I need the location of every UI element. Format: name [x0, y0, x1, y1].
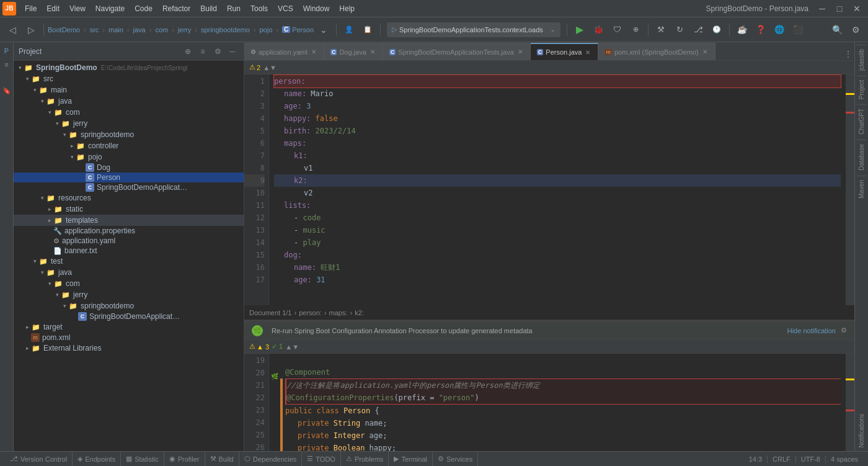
tree-test-java[interactable]: ▾ 📁 java: [14, 267, 244, 278]
debug-btn[interactable]: 🐞: [590, 21, 607, 38]
project-icon[interactable]: P: [1, 45, 13, 57]
build-btn[interactable]: ⚒: [652, 21, 670, 38]
status-endpoints[interactable]: ◈ Endpoints: [73, 452, 121, 466]
tree-test-sbd[interactable]: ▾ 📁 springbootdemo: [14, 300, 244, 311]
notif-settings-btn[interactable]: ⚙: [841, 326, 847, 334]
yaml-tab-close[interactable]: ✕: [310, 48, 317, 56]
ed-bread-maps[interactable]: maps:: [329, 309, 348, 316]
menu-tools[interactable]: Tools: [246, 3, 273, 14]
tree-target[interactable]: ▸ 📁 target: [14, 321, 244, 333]
tree-banner[interactable]: ▸ 📄 banner.txt: [14, 246, 244, 256]
menu-window[interactable]: Window: [298, 3, 335, 14]
status-position[interactable]: 14:3: [744, 455, 768, 463]
bookmarks-icon[interactable]: 🔖: [1, 84, 13, 97]
tab-more-btn[interactable]: ⋮: [842, 48, 854, 60]
bread-bootdemo[interactable]: BootDemo: [48, 26, 80, 34]
panel-minimize-btn[interactable]: ─: [226, 45, 239, 58]
tree-pom[interactable]: ▸ m pom.xml: [14, 333, 244, 343]
tree-templates[interactable]: ▸ 📁 templates: [14, 215, 244, 226]
menu-file[interactable]: File: [20, 3, 42, 14]
tree-root[interactable]: ▾ 📁 SpringBootDemo E:\CodeLife\IdeaProje…: [14, 62, 244, 73]
bread-expand[interactable]: ⌄: [315, 21, 332, 38]
menu-code[interactable]: Code: [130, 3, 157, 14]
bread-com[interactable]: com: [155, 26, 168, 34]
status-encoding[interactable]: UTF-8: [796, 455, 826, 463]
sidebar-project[interactable]: Project: [857, 76, 866, 103]
panel-add-btn[interactable]: ⊕: [182, 45, 194, 58]
bread-jerry[interactable]: jerry: [178, 26, 191, 34]
maximize-btn[interactable]: □: [831, 0, 848, 17]
git-btn[interactable]: ⎇: [689, 21, 707, 38]
tree-main[interactable]: ▾ 📁 main: [14, 84, 244, 96]
menu-view[interactable]: View: [64, 3, 91, 14]
panel-settings-btn[interactable]: ⚙: [211, 45, 224, 58]
menu-refactor[interactable]: Refactor: [157, 3, 195, 14]
bread-java[interactable]: java: [133, 26, 146, 34]
tests-tab-close[interactable]: ✕: [516, 48, 524, 56]
tree-dog[interactable]: ▸ C Dog: [14, 163, 244, 173]
status-services[interactable]: ⚙ Services: [433, 452, 478, 466]
panel-collapse-btn[interactable]: ≡: [197, 45, 209, 58]
menu-help[interactable]: Help: [334, 3, 360, 14]
status-line-ending[interactable]: CRLF: [768, 455, 796, 463]
status-todo[interactable]: ☰ TODO: [302, 452, 341, 466]
close-btn[interactable]: ✕: [848, 0, 866, 17]
menu-run[interactable]: Run: [222, 3, 246, 14]
tree-resources[interactable]: ▾ 📁 resources: [14, 192, 244, 204]
sidebar-maven[interactable]: Maven: [857, 176, 866, 202]
bread-springbootdemo[interactable]: springbootdemo: [201, 26, 250, 34]
help-btn[interactable]: ❓: [752, 21, 769, 38]
copy-path-btn[interactable]: 📋: [359, 21, 376, 38]
menu-vcs[interactable]: VCS: [273, 3, 298, 14]
person-tab-close[interactable]: ✕: [584, 48, 591, 56]
minimize-btn[interactable]: ─: [813, 0, 831, 17]
status-statistic[interactable]: ▦ Statistic: [121, 452, 164, 466]
status-profiler[interactable]: ◉ Profiler: [164, 452, 205, 466]
status-build[interactable]: ⚒ Build: [205, 452, 239, 466]
tree-test-jerry[interactable]: ▾ 📁 jerry: [14, 289, 244, 300]
tab-person-java[interactable]: C Person.java ✕: [531, 43, 599, 60]
tree-test[interactable]: ▾ 📁 test: [14, 256, 244, 267]
browser-btn[interactable]: 🌐: [771, 21, 788, 38]
history-btn[interactable]: 🕐: [708, 21, 725, 38]
sync-btn[interactable]: ↻: [671, 21, 688, 38]
tree-pojo[interactable]: ▾ 📁 pojo: [14, 151, 244, 163]
bread-main[interactable]: main: [108, 26, 123, 34]
sidebar-database[interactable]: Database: [857, 140, 866, 174]
tree-com[interactable]: ▾ 📁 com: [14, 107, 244, 118]
person-nav[interactable]: 👤: [340, 21, 358, 38]
sidebar-chatgpt[interactable]: ChatGPT: [857, 104, 866, 138]
tree-controller[interactable]: ▸ 📁 controller: [14, 140, 244, 151]
settings-btn[interactable]: ⚙: [847, 21, 864, 38]
tree-person[interactable]: ▸ C Person: [14, 173, 244, 182]
tree-app-yaml[interactable]: ▸ ⚙ application.yaml: [14, 236, 244, 246]
tree-springbootdemo[interactable]: ▾ 📁 springbootdemo: [14, 129, 244, 140]
run-config-selector[interactable]: ▷ SpringBootDemoApplicationTests.context…: [387, 22, 560, 37]
tree-app-main[interactable]: ▸ C SpringBootDemoApplicat…: [14, 182, 244, 192]
tree-java[interactable]: ▾ 📁 java: [14, 96, 244, 107]
java-ee-btn[interactable]: ☕: [733, 21, 751, 38]
tab-dog-java[interactable]: C Dog.java ✕: [324, 43, 383, 60]
bread-src[interactable]: src: [90, 26, 99, 34]
coverage-btn[interactable]: 🛡: [608, 21, 626, 38]
tree-test-com[interactable]: ▾ 📁 com: [14, 278, 244, 289]
back-btn[interactable]: ◁: [4, 21, 21, 38]
stop-btn[interactable]: ⬛: [789, 21, 807, 38]
status-indent[interactable]: 4 spaces: [826, 455, 863, 463]
profile-btn[interactable]: ⊕: [627, 21, 644, 38]
search-btn[interactable]: 🔍: [828, 21, 846, 38]
bread-person[interactable]: Person: [292, 26, 314, 34]
tree-src[interactable]: ▾ 📁 src: [14, 73, 244, 84]
yaml-scroll-track[interactable]: [846, 74, 854, 305]
pom-tab-close[interactable]: ✕: [701, 48, 709, 56]
tree-jerry[interactable]: ▾ 📁 jerry: [14, 118, 244, 129]
tab-pom-xml[interactable]: m pom.xml (SpringBootDemo) ✕: [598, 43, 715, 60]
notif-hide-btn[interactable]: Hide notification: [787, 327, 836, 334]
forward-btn[interactable]: ▷: [22, 21, 40, 38]
tab-app-tests[interactable]: C SpringBootDemoApplicationTests.java ✕: [383, 43, 531, 60]
java-code-area[interactable]: @Component //这个注解是将application.yaml中的per…: [280, 354, 846, 451]
tree-test-app[interactable]: ▸ C SpringBootDemoApplicat…: [14, 311, 244, 321]
dog-tab-close[interactable]: ✕: [369, 48, 376, 56]
status-dependencies[interactable]: ⬡ Dependencies: [239, 452, 302, 466]
status-terminal[interactable]: ▶ Terminal: [389, 452, 433, 466]
